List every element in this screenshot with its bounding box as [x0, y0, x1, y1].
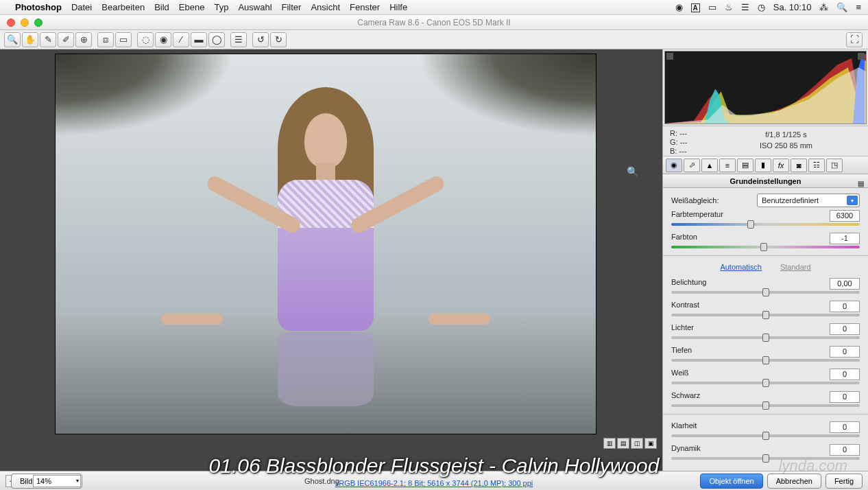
blacks-slider[interactable] [671, 404, 860, 407]
menubar-extra-icon[interactable]: ⁂ [819, 2, 828, 12]
standard-link[interactable]: Standard [780, 263, 811, 271]
contrast-value[interactable]: 0 [830, 301, 860, 312]
white-balance-tool[interactable]: ✎ [40, 32, 56, 47]
highlight-clip-icon[interactable] [858, 53, 865, 60]
crop-tool[interactable]: ⧈ [97, 32, 114, 47]
preview-mode-2[interactable]: ▤ [617, 438, 629, 449]
rotate-right-tool[interactable]: ↻ [270, 32, 287, 47]
menu-ebene[interactable]: Ebene [179, 2, 205, 12]
menu-bearbeiten[interactable]: Bearbeiten [101, 2, 145, 12]
zoom-select[interactable]: 14%▾ [33, 475, 81, 487]
menu-icon[interactable]: ≡ [856, 2, 861, 12]
hand-tool[interactable]: ✋ [22, 32, 38, 47]
whites-slider[interactable] [671, 382, 860, 384]
whites-value[interactable]: 0 [830, 369, 860, 380]
window-title: Camera Raw 8.6 - Canon EOS 5D Mark II [357, 18, 510, 27]
graduated-filter-tool[interactable]: ▬ [191, 32, 207, 47]
auto-link[interactable]: Automatisch [720, 263, 762, 271]
zoom-cursor-icon: 🔍 [627, 166, 638, 177]
tint-slider[interactable] [671, 246, 860, 248]
exif-line1: f/1,8 1/125 s [711, 129, 861, 140]
menu-bild[interactable]: Bild [154, 2, 169, 12]
shadows-slider[interactable] [671, 359, 860, 362]
tint-value[interactable]: -1 [830, 233, 860, 244]
tab-detail[interactable]: ▲ [701, 159, 718, 172]
tab-snapshots[interactable]: ◳ [826, 159, 843, 172]
dynamic-value[interactable]: 0 [830, 444, 860, 456]
panel-menu-icon[interactable]: ▤ [858, 177, 864, 191]
app-name[interactable]: Photoshop [15, 2, 62, 12]
clarity-slider[interactable] [671, 434, 860, 437]
contrast-label: Kontrast [671, 301, 830, 312]
workflow-options-link[interactable]: sRGB IEC61966-2.1; 8 Bit; 5616 x 3744 (2… [335, 479, 533, 487]
tab-hsl[interactable]: ≡ [719, 159, 736, 172]
temp-value[interactable]: 6300 [830, 210, 860, 222]
menu-hilfe[interactable]: Hilfe [389, 2, 407, 12]
tab-split[interactable]: ▤ [737, 159, 754, 172]
tab-fx[interactable]: fx [773, 159, 789, 172]
preview-mode-4[interactable]: ▣ [644, 438, 657, 449]
tab-curve[interactable]: ⬀ [684, 159, 700, 172]
close-window-button[interactable] [7, 19, 15, 27]
red-eye-tool[interactable]: ◉ [155, 32, 171, 47]
tint-label: Farbton [671, 233, 830, 244]
wb-label: Weißabgleich: [671, 196, 757, 205]
preview-mode-3[interactable]: ◫ [631, 438, 643, 449]
shadows-value[interactable]: 0 [830, 346, 860, 358]
camera-raw-toolbar: 🔍 ✋ ✎ ✐ ⊕ ⧈ ▭ ◌ ◉ ∕ ▬ ◯ ☰ ↺ ↻ ⛶ [0, 30, 868, 49]
tab-presets[interactable]: ☷ [808, 159, 825, 172]
done-button[interactable]: Fertig [825, 474, 863, 489]
blacks-value[interactable]: 0 [830, 391, 860, 403]
readout-b: --- [679, 147, 686, 155]
dynamic-slider[interactable] [671, 457, 860, 460]
menu-auswahl[interactable]: Auswahl [238, 2, 272, 12]
menu-filter[interactable]: Filter [282, 2, 302, 12]
preview-mode-buttons: ▥ ▤ ◫ ▣ [603, 438, 657, 449]
adjustment-brush-tool[interactable]: ∕ [173, 32, 189, 47]
preview-mode-1[interactable]: ▥ [603, 438, 616, 449]
adobe-icon[interactable]: A [691, 2, 700, 12]
menu-ansicht[interactable]: Ansicht [311, 2, 340, 12]
tab-lens[interactable]: ▮ [755, 159, 771, 172]
blacks-label: Schwarz [671, 391, 830, 403]
menu-typ[interactable]: Typ [214, 2, 228, 12]
spot-removal-tool[interactable]: ◌ [137, 32, 154, 47]
display-icon[interactable]: ▭ [708, 2, 716, 12]
clock-icon[interactable]: ◷ [758, 2, 765, 12]
exposure-label: Belichtung [671, 278, 830, 290]
spotlight-icon[interactable]: 🔍 [836, 2, 847, 12]
cancel-button[interactable]: Abbrechen [767, 474, 821, 489]
wifi-icon[interactable]: ☰ [741, 2, 749, 12]
shadow-clip-icon[interactable] [666, 53, 673, 60]
tab-basic[interactable]: ◉ [666, 159, 682, 172]
minimize-window-button[interactable] [21, 19, 29, 27]
image-canvas[interactable] [55, 54, 596, 434]
highlights-slider[interactable] [671, 336, 860, 339]
histogram[interactable] [664, 51, 867, 124]
clarity-value[interactable]: 0 [830, 421, 860, 433]
filename-label: Ghost.dng [304, 477, 339, 485]
white-balance-select[interactable]: Benutzerdefiniert▾ [757, 194, 860, 207]
tab-camera[interactable]: ◙ [791, 159, 807, 172]
menu-datei[interactable]: Datei [71, 2, 92, 12]
straighten-tool[interactable]: ▭ [115, 32, 132, 47]
color-sampler-tool[interactable]: ✐ [58, 32, 74, 47]
open-object-button[interactable]: Objekt öffnen [700, 474, 762, 489]
flame-icon[interactable]: ♨ [725, 2, 733, 12]
fullscreen-toggle[interactable]: ⛶ [846, 32, 863, 47]
contrast-slider[interactable] [671, 314, 860, 316]
highlights-value[interactable]: 0 [830, 323, 860, 335]
menubar-clock[interactable]: Sa. 10:10 [773, 2, 812, 12]
exposure-slider[interactable] [671, 291, 860, 294]
shadows-label: Tiefen [671, 346, 830, 358]
zoom-tool[interactable]: 🔍 [4, 32, 21, 47]
exposure-value[interactable]: 0,00 [830, 278, 860, 290]
maximize-window-button[interactable] [34, 19, 43, 27]
preferences-icon[interactable]: ☰ [230, 32, 247, 47]
radial-filter-tool[interactable]: ◯ [208, 32, 225, 47]
rotate-left-tool[interactable]: ↺ [252, 32, 269, 47]
temp-slider[interactable] [671, 223, 860, 226]
whites-label: Weiß [671, 369, 830, 380]
targeted-adjust-tool[interactable]: ⊕ [75, 32, 92, 47]
menu-fenster[interactable]: Fenster [350, 2, 380, 12]
